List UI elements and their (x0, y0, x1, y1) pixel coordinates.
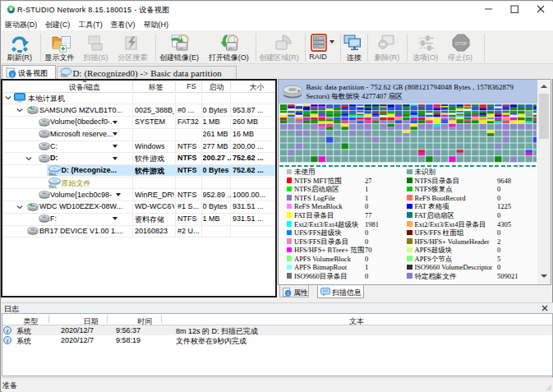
svg-text:i: i (12, 71, 13, 77)
svg-text:STOP: STOP (454, 41, 467, 46)
svg-text:Rec.: Rec. (48, 184, 57, 188)
svg-text:Rec.: Rec. (48, 172, 57, 176)
svg-text:i: i (7, 337, 8, 344)
svg-text:i: i (7, 328, 8, 334)
svg-text:Rec.: Rec. (61, 74, 68, 78)
